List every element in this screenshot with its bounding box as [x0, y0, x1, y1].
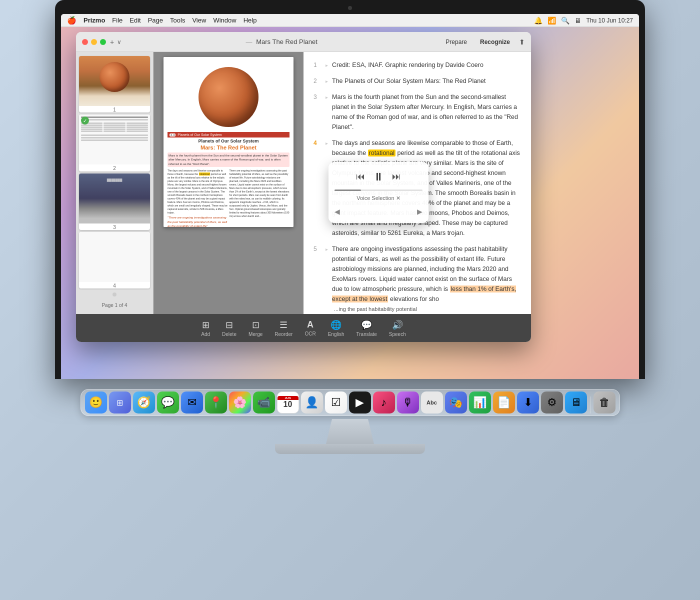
- bottom-toolbar: ⊞ Add ⊟ Delete ⊡ Merge ☰: [76, 314, 531, 342]
- dock-finder[interactable]: 🙂: [85, 392, 107, 414]
- toolbar-english[interactable]: 🌐 English: [328, 320, 344, 337]
- window-title: — Mars The Red Planet: [122, 38, 442, 46]
- dock-maps[interactable]: 📍: [205, 392, 227, 414]
- voice-next-button[interactable]: ▶: [417, 206, 422, 217]
- menu-tools[interactable]: Tools: [170, 16, 185, 24]
- dock-appletv[interactable]: ▶: [349, 392, 371, 414]
- monitor-stand: [320, 419, 380, 444]
- close-button[interactable]: [82, 39, 88, 45]
- pdf-page: 2.3 Planets of Our Solar System Planets …: [164, 57, 294, 227]
- pdf-doc-title: Planets of Our Solar System: [168, 138, 290, 144]
- menu-view[interactable]: View: [192, 16, 206, 24]
- voice-prev-button[interactable]: ◀: [334, 206, 340, 217]
- minimize-button[interactable]: [91, 39, 97, 45]
- dock-keynote[interactable]: 🎭: [445, 392, 467, 414]
- english-toolbar-label: English: [328, 332, 344, 337]
- pdf-text-columns: The days and seasons are likewise compar…: [168, 169, 290, 227]
- share-icon[interactable]: ⬆: [519, 38, 525, 46]
- text-line-1: 1 ▸ Credit: ESA, INAF. Graphic rendering…: [314, 60, 521, 70]
- screen-bezel: 🍎 Prizmo File Edit Page Tools View Windo…: [55, 0, 645, 379]
- main-content: 2.3 Planets of Our Solar System Planets …: [154, 52, 531, 314]
- sidebar-page-3[interactable]: ✓ ▓▓▓▓▓▓▓ 3: [79, 174, 150, 230]
- desktop: + ∨ — Mars The Red Planet Prepare Recogn…: [61, 27, 639, 379]
- apple-menu[interactable]: 🍎: [67, 16, 76, 25]
- control-center-icon[interactable]: 🖥: [574, 16, 582, 24]
- line-number-5: 5: [314, 244, 322, 254]
- dock-area: 🙂 ⊞ 🧭 💬 ✉ 📍 🌸 📹 JUN 10 👤 ☑ ▶ ♪ 🎙 Abc 🎭 📊…: [80, 379, 620, 419]
- dock-pages[interactable]: 📄: [493, 392, 515, 414]
- add-toolbar-icon: ⊞: [202, 320, 210, 330]
- menu-edit[interactable]: Edit: [130, 16, 140, 24]
- dock-contacts[interactable]: 👤: [301, 392, 323, 414]
- dock-calendar[interactable]: JUN 10: [277, 392, 299, 414]
- page-count: Page 1 of 4: [79, 300, 150, 310]
- line-number-2: 2: [314, 76, 322, 86]
- dock-podcasts[interactable]: 🎙: [397, 392, 419, 414]
- recognize-button[interactable]: Recognize: [476, 38, 514, 46]
- pause-button[interactable]: ⏸: [373, 168, 384, 186]
- voice-overlay: ⏮ ⏸ ⏭ Voice Selection ✕ ◀: [328, 162, 428, 223]
- text-line-5: 5 ▸ There are ongoing investigations ass…: [314, 244, 521, 314]
- dock-music[interactable]: ♪: [373, 392, 395, 414]
- toolbar-speech[interactable]: 🔊 Speech: [389, 320, 406, 337]
- speech-toolbar-icon: 🔊: [392, 320, 403, 330]
- dock-prizmo[interactable]: Abc: [421, 392, 443, 414]
- search-icon[interactable]: 🔍: [561, 16, 570, 24]
- nav-chevron[interactable]: ∨: [117, 38, 122, 46]
- pdf-view: 2.3 Planets of Our Solar System Planets …: [154, 52, 304, 314]
- dock-reminders[interactable]: ☑: [325, 392, 347, 414]
- notification-icon[interactable]: 🔔: [534, 16, 542, 24]
- menu-window[interactable]: Window: [213, 16, 236, 24]
- translate-toolbar-icon: 💬: [361, 320, 372, 330]
- dock-numbers[interactable]: 📊: [469, 392, 491, 414]
- menu-page[interactable]: Page: [148, 16, 163, 24]
- prepare-button[interactable]: Prepare: [442, 38, 471, 46]
- dock-mail[interactable]: ✉: [181, 392, 203, 414]
- voice-progress-fill: [334, 190, 361, 191]
- sidebar-page-4[interactable]: 4: [79, 232, 150, 288]
- add-icon[interactable]: +: [110, 38, 114, 46]
- ocr-toolbar-label: OCR: [304, 331, 316, 336]
- reorder-toolbar-label: Reorder: [274, 332, 292, 337]
- dock-appstore[interactable]: ⬇: [517, 392, 539, 414]
- thumb-image-2: [79, 114, 150, 164]
- menu-prizmo[interactable]: Prizmo: [84, 16, 105, 24]
- dock-trash[interactable]: 🗑: [594, 392, 616, 414]
- dock-launchpad[interactable]: ⊞: [109, 392, 131, 414]
- forward-button[interactable]: ⏭: [392, 170, 401, 184]
- line-content-1: Credit: ESA, INAF. Graphic rendering by …: [332, 60, 521, 70]
- clock: Thu 10 Jun 10:27: [586, 17, 633, 24]
- dock-safari[interactable]: 🧭: [133, 392, 155, 414]
- sidebar-page-1[interactable]: ✓ 1: [79, 56, 150, 112]
- page-num-1: 1: [79, 106, 150, 112]
- toolbar-delete[interactable]: ⊟ Delete: [222, 320, 236, 337]
- rewind-button[interactable]: ⏮: [356, 170, 365, 184]
- thumb-image-3: ▓▓▓▓▓▓▓: [79, 174, 150, 224]
- voice-progress-bar[interactable]: [334, 190, 422, 191]
- dock-facetime[interactable]: 📹: [253, 392, 275, 414]
- toolbar-merge[interactable]: ⊡ Merge: [248, 320, 262, 337]
- menu-file[interactable]: File: [112, 16, 122, 24]
- line-number-4: 4: [314, 138, 322, 148]
- menu-help[interactable]: Help: [244, 16, 257, 24]
- window-body: ✓ 1 ✓: [76, 52, 531, 314]
- speech-toolbar-label: Speech: [389, 332, 406, 337]
- sidebar-page-2[interactable]: ✓: [79, 114, 150, 171]
- toolbar-translate[interactable]: 💬 Translate: [356, 320, 377, 337]
- voice-controls: ⏮ ⏸ ⏭: [334, 168, 422, 186]
- dock-photos[interactable]: 🌸: [229, 392, 251, 414]
- dock-screen[interactable]: 🖥: [565, 392, 587, 414]
- thumb-image-4: [79, 232, 150, 282]
- toolbar-reorder[interactable]: ☰ Reorder: [274, 320, 292, 337]
- merge-toolbar-label: Merge: [248, 332, 262, 337]
- toolbar-add[interactable]: ⊞ Add: [201, 320, 210, 337]
- dock-messages[interactable]: 💬: [157, 392, 179, 414]
- maximize-button[interactable]: [100, 39, 106, 45]
- page-num-4: 4: [79, 282, 150, 288]
- wifi-icon[interactable]: 📶: [548, 16, 556, 24]
- toolbar-ocr[interactable]: A OCR: [304, 320, 316, 336]
- page-num-2: 2: [79, 164, 150, 171]
- screen: 🍎 Prizmo File Edit Page Tools View Windo…: [61, 14, 639, 379]
- dock-sysprefs[interactable]: ⚙: [541, 392, 563, 414]
- pdf-page-image: 2.3 Planets of Our Solar System Planets …: [164, 57, 294, 227]
